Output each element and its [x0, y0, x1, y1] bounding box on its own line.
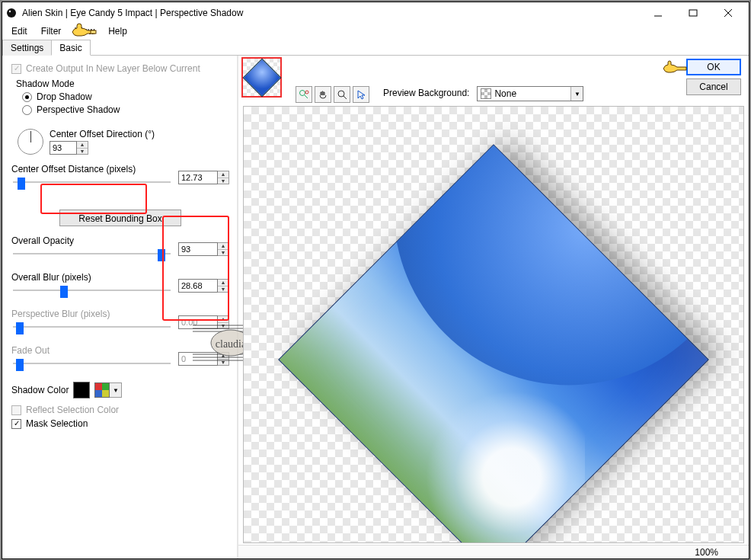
- svg-point-16: [305, 91, 308, 94]
- fade-out-slider: [13, 359, 171, 368]
- shadow-color-dropdown[interactable]: ▼: [110, 382, 122, 398]
- pointer-hand-icon: [662, 60, 688, 77]
- svg-rect-6: [91, 30, 96, 34]
- shadow-color-label: Shadow Color: [11, 385, 69, 395]
- image-preview: [278, 144, 709, 543]
- cancel-button-label: Cancel: [699, 82, 727, 92]
- minimize-button[interactable]: [641, 3, 676, 23]
- fade-out-label: Fade Out: [11, 345, 172, 356]
- tab-basic[interactable]: Basic: [51, 40, 90, 56]
- svg-point-14: [300, 91, 305, 96]
- ok-button-label: OK: [707, 62, 720, 72]
- radio-drop-shadow-label: Drop Shadow: [37, 91, 92, 102]
- highlight-direction: [40, 184, 147, 214]
- center-offset-direction-dial[interactable]: [18, 129, 43, 155]
- preview-background-value: None: [494, 88, 570, 99]
- close-button[interactable]: [711, 3, 746, 23]
- highlight-values: [162, 216, 229, 321]
- radio-drop-shadow[interactable]: [22, 92, 32, 102]
- svg-rect-3: [689, 10, 697, 16]
- preview-canvas[interactable]: [243, 106, 744, 543]
- center-offset-direction-label: Center Offset Direction (°): [50, 129, 155, 139]
- transparency-icon: [481, 88, 491, 99]
- center-offset-distance-label: Center Offset Distance (pixels): [11, 164, 172, 174]
- statusbar: 100%: [238, 545, 749, 558]
- menu-help[interactable]: Help: [102, 24, 133, 38]
- zoom-tool-icon[interactable]: [334, 86, 350, 103]
- overall-blur-label: Overall Blur (pixels): [11, 272, 172, 283]
- shadow-mode-label: Shadow Mode: [16, 78, 229, 89]
- svg-line-18: [344, 96, 347, 99]
- cancel-button[interactable]: Cancel: [686, 78, 741, 95]
- preview-toolbar: Preview Background: None ▼ OK Cancel: [238, 56, 749, 103]
- perspective-blur-label: Perspective Blur (pixels): [11, 309, 172, 319]
- create-output-checkbox: [11, 64, 21, 74]
- overall-opacity-slider[interactable]: [13, 249, 171, 258]
- zoom-level: 100%: [695, 547, 718, 558]
- fit-tool-icon[interactable]: [296, 86, 312, 103]
- center-offset-distance-input[interactable]: [178, 171, 218, 184]
- center-offset-distance-spinner[interactable]: ▲▼: [218, 171, 229, 184]
- radio-perspective-shadow-label: Perspective Shadow: [37, 104, 120, 115]
- tabbar: Settings Basic: [2, 39, 749, 56]
- create-output-label: Create Output In New Layer Below Current: [26, 63, 200, 74]
- menu-filter[interactable]: Filter: [35, 24, 68, 38]
- chevron-down-icon: ▼: [570, 87, 583, 101]
- ok-button[interactable]: OK: [686, 59, 741, 75]
- menubar: Edit Filter View Help: [2, 24, 749, 39]
- overall-opacity-label: Overall Opacity: [11, 235, 172, 246]
- shadow-color-palette[interactable]: [94, 382, 110, 398]
- hand-tool-icon[interactable]: [315, 86, 331, 103]
- center-offset-distance-slider[interactable]: [13, 178, 171, 187]
- preview-thumbnail[interactable]: [241, 57, 282, 98]
- fade-out-spinner: ▲▼: [218, 352, 229, 366]
- svg-point-1: [9, 11, 11, 12]
- maximize-button[interactable]: [676, 3, 711, 23]
- reflect-selection-label: Reflect Selection Color: [26, 405, 119, 415]
- perspective-blur-slider: [13, 322, 171, 331]
- mask-selection-checkbox[interactable]: [11, 419, 21, 429]
- reflect-selection-checkbox: [11, 405, 21, 415]
- basic-panel: Create Output In New Layer Below Current…: [2, 56, 237, 558]
- center-offset-direction-input[interactable]: [50, 141, 77, 155]
- center-offset-direction-spinner[interactable]: ▲▼: [77, 141, 88, 155]
- preview-background-label: Preview Background:: [383, 88, 469, 98]
- radio-perspective-shadow[interactable]: [22, 105, 32, 115]
- titlebar: Alien Skin | Eye Candy 5 Impact | Perspe…: [2, 2, 749, 24]
- fade-out-input: [178, 352, 218, 366]
- menu-edit[interactable]: Edit: [5, 24, 34, 38]
- tab-settings[interactable]: Settings: [2, 40, 52, 56]
- mask-selection-label: Mask Selection: [26, 418, 88, 429]
- shadow-color-swatch[interactable]: [73, 382, 90, 398]
- preview-background-select[interactable]: None ▼: [477, 86, 583, 101]
- overall-blur-slider[interactable]: [13, 286, 171, 295]
- window-title: Alien Skin | Eye Candy 5 Impact | Perspe…: [22, 8, 641, 18]
- app-icon: [5, 7, 18, 19]
- svg-line-15: [305, 95, 308, 98]
- svg-point-0: [7, 8, 16, 18]
- svg-point-17: [338, 91, 344, 97]
- pointer-tool-icon[interactable]: [353, 86, 369, 103]
- app-window: Alien Skin | Eye Candy 5 Impact | Perspe…: [2, 2, 749, 559]
